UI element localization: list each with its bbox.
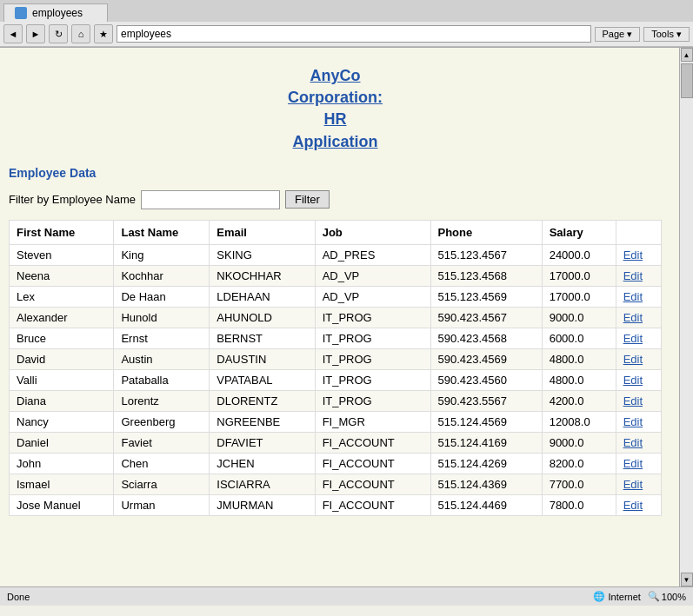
tools-menu-button[interactable]: Tools ▾	[643, 27, 690, 42]
cell-edit: Edit	[616, 453, 661, 474]
cell-phone: 515.124.4569	[430, 411, 542, 432]
status-bar: Done 🌐 Internet 🔍 100%	[0, 586, 693, 606]
tab-bar: employees	[0, 0, 693, 22]
filter-input[interactable]	[141, 190, 280, 209]
scroll-down-arrow[interactable]: ▼	[681, 573, 693, 586]
cell-job: AD_VP	[315, 265, 430, 286]
status-text: Done	[7, 592, 586, 602]
cell-lastname: Hunold	[114, 307, 210, 328]
cell-firstname: John	[10, 453, 114, 474]
edit-link[interactable]: Edit	[623, 311, 643, 324]
filter-row: Filter by Employee Name Filter	[9, 190, 662, 209]
address-bar[interactable]	[117, 25, 591, 43]
cell-firstname: Steven	[10, 244, 114, 265]
globe-icon: 🌐	[593, 591, 605, 602]
favorites-star[interactable]: ★	[94, 24, 113, 43]
cell-phone: 590.423.4560	[430, 369, 542, 390]
edit-link[interactable]: Edit	[623, 499, 643, 512]
browser-toolbar: ◄ ► ↻ ⌂ ★ Page ▾ Tools ▾	[0, 22, 693, 47]
table-row: Jose ManuelUrmanJMURMANFI_ACCOUNT515.124…	[10, 494, 662, 515]
cell-edit: Edit	[616, 432, 661, 453]
cell-firstname: Alexander	[10, 307, 114, 328]
cell-salary: 12008.0	[542, 411, 616, 432]
cell-lastname: King	[114, 244, 210, 265]
cell-firstname: Valli	[10, 369, 114, 390]
col-header-lastname: Last Name	[114, 220, 210, 244]
cell-email: SKING	[210, 244, 315, 265]
cell-phone: 515.123.4567	[430, 244, 542, 265]
employee-table: First Name Last Name Email Job Phone Sal…	[9, 220, 662, 516]
cell-salary: 17000.0	[542, 265, 616, 286]
cell-job: FI_ACCOUNT	[315, 432, 430, 453]
browser-chrome: employees ◄ ► ↻ ⌂ ★ Page ▾ Tools ▾	[0, 0, 693, 48]
main-wrapper: AnyCoCorporation:HRApplication Employee …	[0, 48, 693, 586]
internet-label: Internet	[609, 592, 641, 602]
cell-phone: 515.124.4169	[430, 432, 542, 453]
cell-email: JCHEN	[210, 453, 315, 474]
cell-lastname: Chen	[114, 453, 210, 474]
cell-job: IT_PROG	[315, 328, 430, 348]
cell-edit: Edit	[616, 265, 661, 286]
table-row: BruceErnstBERNSTIT_PROG590.423.45686000.…	[10, 328, 662, 348]
cell-lastname: Urman	[114, 494, 210, 515]
browser-tab[interactable]: employees	[3, 3, 108, 22]
cell-edit: Edit	[616, 411, 661, 432]
edit-link[interactable]: Edit	[623, 374, 643, 387]
edit-link[interactable]: Edit	[623, 478, 643, 491]
cell-lastname: Austin	[114, 348, 210, 369]
cell-edit: Edit	[616, 474, 661, 494]
cell-salary: 7800.0	[542, 494, 616, 515]
cell-phone: 590.423.4569	[430, 348, 542, 369]
cell-edit: Edit	[616, 390, 661, 411]
cell-job: IT_PROG	[315, 390, 430, 411]
page-menu-button[interactable]: Page ▾	[595, 27, 641, 42]
cell-phone: 515.124.4269	[430, 453, 542, 474]
cell-job: IT_PROG	[315, 348, 430, 369]
cell-job: IT_PROG	[315, 307, 430, 328]
scroll-thumb[interactable]	[681, 63, 693, 98]
cell-email: DLORENTZ	[210, 390, 315, 411]
table-row: DianaLorentzDLORENTZIT_PROG590.423.55674…	[10, 390, 662, 411]
edit-link[interactable]: Edit	[623, 415, 643, 428]
table-row: AlexanderHunoldAHUNOLDIT_PROG590.423.456…	[10, 307, 662, 328]
cell-email: AHUNOLD	[210, 307, 315, 328]
cell-job: AD_VP	[315, 286, 430, 307]
cell-edit: Edit	[616, 369, 661, 390]
zoom-level: 100%	[662, 592, 686, 602]
col-header-job: Job	[315, 220, 430, 244]
edit-link[interactable]: Edit	[623, 436, 643, 449]
edit-link[interactable]: Edit	[623, 248, 643, 262]
filter-button[interactable]: Filter	[285, 190, 330, 209]
status-zoom: 🔍 100%	[648, 591, 686, 602]
col-header-salary: Salary	[542, 220, 616, 244]
cell-lastname: De Haan	[114, 286, 210, 307]
edit-link[interactable]: Edit	[623, 269, 643, 282]
cell-job: FI_ACCOUNT	[315, 494, 430, 515]
cell-email: BERNST	[210, 328, 315, 348]
forward-button[interactable]: ►	[26, 24, 45, 43]
refresh-button[interactable]: ↻	[49, 24, 68, 43]
cell-firstname: Ismael	[10, 474, 114, 494]
scrollbar[interactable]: ▲ ▼	[679, 48, 693, 586]
cell-firstname: Nancy	[10, 411, 114, 432]
status-internet: 🌐 Internet	[593, 591, 641, 602]
cell-email: ISCIARRA	[210, 474, 315, 494]
edit-link[interactable]: Edit	[623, 332, 643, 345]
edit-link[interactable]: Edit	[623, 394, 643, 407]
edit-link[interactable]: Edit	[623, 290, 643, 303]
table-row: JohnChenJCHENFI_ACCOUNT515.124.42698200.…	[10, 453, 662, 474]
cell-salary: 6000.0	[542, 328, 616, 348]
table-row: IsmaelSciarraISCIARRAFI_ACCOUNT515.124.4…	[10, 474, 662, 494]
scroll-up-arrow[interactable]: ▲	[681, 48, 693, 62]
back-button[interactable]: ◄	[3, 24, 23, 43]
cell-email: NGREENBE	[210, 411, 315, 432]
home-button[interactable]: ⌂	[71, 24, 90, 43]
col-header-phone: Phone	[430, 220, 542, 244]
edit-link[interactable]: Edit	[623, 353, 643, 366]
toolbar-right: Page ▾ Tools ▾	[595, 27, 690, 42]
cell-edit: Edit	[616, 494, 661, 515]
cell-job: FI_ACCOUNT	[315, 474, 430, 494]
cell-salary: 4800.0	[542, 348, 616, 369]
edit-link[interactable]: Edit	[623, 457, 643, 470]
table-row: StevenKingSKINGAD_PRES515.123.456724000.…	[10, 244, 662, 265]
